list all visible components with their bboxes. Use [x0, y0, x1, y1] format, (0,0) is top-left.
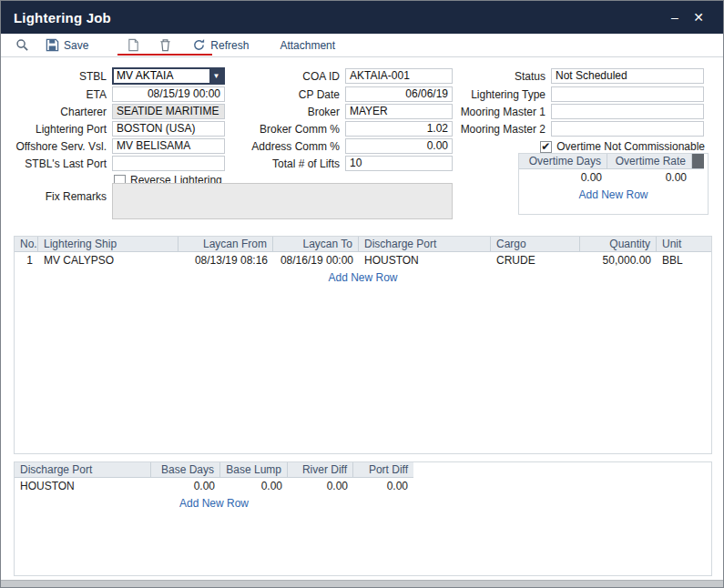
discharge-port-cell[interactable]: HOUSTON [359, 252, 491, 269]
cargo-header[interactable]: Cargo [491, 237, 580, 252]
overtime-add-new-row-link[interactable]: Add New Row [519, 188, 708, 201]
fix-remarks-label-row: Fix Remarks [10, 188, 112, 204]
offshore-serv-vsl-field[interactable]: MV BELISAMA [112, 138, 225, 154]
eta-label: ETA [10, 88, 112, 101]
overtime-not-commissionable-checkbox[interactable] [540, 141, 552, 153]
laycan-from-cell[interactable]: 08/13/19 08:16 [178, 252, 273, 269]
lightering-ship-header[interactable]: Lightering Ship [38, 237, 178, 252]
save-button[interactable]: Save [46, 38, 88, 52]
new-document-button[interactable] [127, 38, 140, 52]
document-icon [127, 38, 140, 52]
offshore-serv-vsl-row: Offshore Serv. Vsl. MV BELISAMA [10, 138, 225, 154]
cp-date-field[interactable]: 06/06/19 [345, 86, 453, 102]
broker-comm-field[interactable]: 1.02 [345, 121, 453, 137]
broker-field[interactable]: MAYER [345, 104, 453, 119]
lightering-grid-header: No. Lightering Ship Laycan From Laycan T… [15, 237, 711, 252]
stbl-label: STBL [10, 70, 112, 83]
base-days-header[interactable]: Base Days [151, 462, 220, 478]
lightering-grid: No. Lightering Ship Laycan From Laycan T… [14, 236, 712, 454]
stbl-last-port-field[interactable] [112, 156, 225, 171]
broker-comm-row: Broker Comm % 1.02 [229, 121, 453, 137]
river-diff-header[interactable]: River Diff [288, 462, 353, 478]
charterer-row: Charterer SEATIDE MARITIME [10, 104, 225, 119]
mooring-master-1-label: Mooring Master 1 [454, 106, 551, 118]
attachment-button[interactable]: Attachment [280, 39, 335, 52]
mooring-master-1-field[interactable] [551, 104, 704, 119]
form-area: STBL MV AKTAIA ▼ ETA 08/15/19 00:00 Char… [1, 58, 723, 236]
overtime-rate-header[interactable]: Overtime Rate [607, 154, 692, 169]
eta-field[interactable]: 08/15/19 00:00 [112, 86, 225, 102]
overtime-days-cell[interactable]: 0.00 [519, 169, 607, 187]
discharge-port-header-2[interactable]: Discharge Port [15, 462, 151, 478]
laycan-to-header[interactable]: Laycan To [273, 237, 359, 252]
mooring-master-2-field[interactable] [551, 121, 704, 137]
port-diff-cell[interactable]: 0.00 [353, 478, 413, 495]
quantity-header[interactable]: Quantity [580, 237, 657, 252]
lightering-port-label: Lightering Port [10, 123, 112, 136]
broker-row: Broker MAYER [229, 104, 453, 119]
overtime-grid-header: Overtime Days Overtime Rate [519, 154, 708, 169]
charterer-field[interactable]: SEATIDE MARITIME [112, 104, 225, 119]
fix-remarks-textarea[interactable] [112, 183, 453, 219]
red-underline-marker [117, 54, 212, 56]
unit-cell[interactable]: BBL [657, 252, 711, 269]
window-title: Lightering Job [14, 10, 663, 25]
overtime-row[interactable]: 0.00 0.00 [519, 169, 708, 187]
cargo-cell[interactable]: CRUDE [491, 252, 580, 269]
minimize-button[interactable]: – [663, 10, 687, 25]
discharge-grid: Discharge Port Base Days Base Lump River… [14, 461, 712, 576]
laycan-to-cell[interactable]: 08/16/19 00:00 [273, 252, 359, 269]
coa-id-field[interactable]: AKTAIA-001 [345, 68, 453, 84]
lightering-ship-cell[interactable]: MV CALYPSO [38, 252, 178, 269]
discharge-table-row[interactable]: HOUSTON 0.00 0.00 0.00 0.00 [15, 478, 711, 495]
lightering-port-row: Lightering Port BOSTON (USA) [10, 121, 225, 137]
search-button[interactable] [15, 38, 29, 52]
overtime-rate-cell[interactable]: 0.00 [607, 169, 692, 187]
unit-header[interactable]: Unit [657, 237, 711, 252]
discharge-add-new-row-link[interactable]: Add New Row [15, 497, 413, 510]
quantity-cell[interactable]: 50,000.00 [580, 252, 657, 269]
address-comm-row: Address Comm % 0.00 [229, 138, 453, 154]
river-diff-cell[interactable]: 0.00 [288, 478, 353, 495]
refresh-button[interactable]: Refresh [192, 38, 249, 52]
lightering-add-new-row-link[interactable]: Add New Row [15, 271, 711, 284]
laycan-from-header[interactable]: Laycan From [178, 237, 273, 252]
stbl-last-port-row: STBL's Last Port [10, 156, 225, 171]
overtime-days-header[interactable]: Overtime Days [519, 154, 607, 169]
fix-remarks-label: Fix Remarks [10, 190, 112, 203]
offshore-serv-vsl-label: Offshore Serv. Vsl. [10, 140, 112, 153]
base-lump-cell[interactable]: 0.00 [220, 478, 288, 495]
chevron-down-icon[interactable]: ▼ [209, 69, 223, 83]
discharge-port-header[interactable]: Discharge Port [359, 237, 491, 252]
close-button[interactable]: ✕ [687, 10, 710, 25]
no-header[interactable]: No. [15, 237, 38, 252]
base-days-cell[interactable]: 0.00 [151, 478, 220, 495]
bottom-scrollbar-strip[interactable] [1, 580, 723, 587]
base-lump-header[interactable]: Base Lump [220, 462, 288, 478]
broker-comm-label: Broker Comm % [229, 123, 345, 136]
mooring-master-2-label: Mooring Master 2 [454, 123, 551, 136]
lightering-job-window: Lightering Job – ✕ Save [0, 0, 724, 588]
status-field[interactable]: Not Scheduled [551, 68, 704, 84]
discharge-port-cell-2[interactable]: HOUSTON [15, 478, 151, 495]
trash-icon [158, 38, 172, 52]
total-lifts-field[interactable]: 10 [345, 156, 453, 171]
address-comm-label: Address Comm % [229, 140, 345, 153]
delete-button[interactable] [158, 38, 172, 52]
no-cell[interactable]: 1 [15, 252, 38, 269]
mooring-master-1-row: Mooring Master 1 [454, 104, 704, 119]
address-comm-field[interactable]: 0.00 [345, 138, 453, 154]
lightering-type-field[interactable] [551, 86, 704, 102]
stbl-combobox[interactable]: MV AKTAIA ▼ [112, 67, 225, 85]
discharge-grid-header: Discharge Port Base Days Base Lump River… [15, 462, 711, 478]
overtime-grid: Overtime Days Overtime Rate 0.00 0.00 Ad… [518, 153, 709, 215]
toolbar: Save Refresh Attachment [1, 34, 723, 57]
grid-options-button[interactable] [692, 154, 704, 169]
lightering-table-row[interactable]: 1 MV CALYPSO 08/13/19 08:16 08/16/19 00:… [15, 252, 711, 269]
titlebar: Lightering Job – ✕ [1, 1, 723, 34]
stbl-value: MV AKTAIA [114, 69, 209, 83]
port-diff-header[interactable]: Port Diff [353, 462, 413, 478]
status-row: Status Not Scheduled [454, 68, 704, 84]
lightering-port-field[interactable]: BOSTON (USA) [112, 121, 225, 137]
search-icon [15, 38, 29, 52]
